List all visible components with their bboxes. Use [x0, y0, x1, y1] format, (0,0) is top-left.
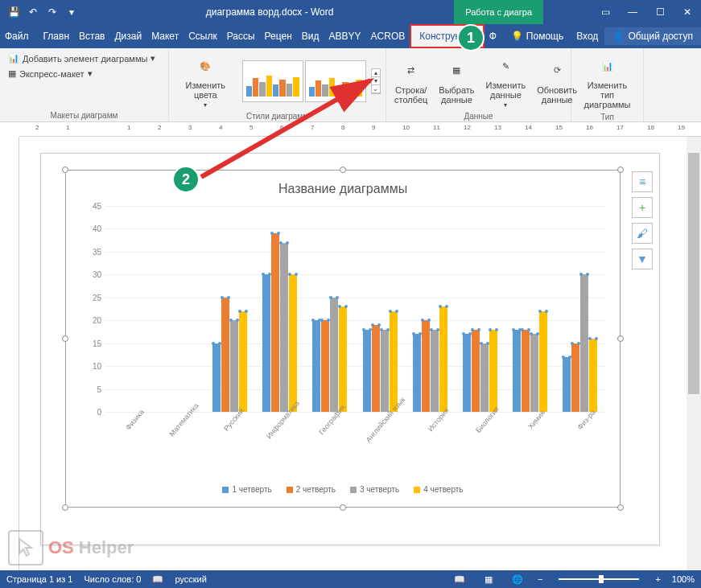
tab-file[interactable]: Файл: [0, 24, 34, 48]
scrollbar-thumb[interactable]: [688, 153, 699, 394]
layout-icon: ▦: [8, 68, 16, 79]
word-count[interactable]: Число слов: 0: [84, 574, 141, 584]
change-chart-type-button[interactable]: 📊Изменить тип диаграммы: [576, 51, 638, 111]
share-icon: 👤: [612, 31, 625, 42]
context-tab-label: Работа с диагра: [454, 0, 543, 24]
svg-line-0: [201, 80, 370, 177]
proofing-icon[interactable]: 📖: [152, 574, 163, 585]
add-chart-element-button[interactable]: 📊Добавить элемент диаграммы▾: [5, 51, 163, 65]
close-icon[interactable]: ✕: [674, 0, 701, 24]
signin-button[interactable]: Вход: [570, 31, 604, 42]
zoom-slider[interactable]: [559, 578, 639, 580]
qat: 💾 ↶ ↷ ▾: [0, 3, 85, 21]
plot-area[interactable]: 051015202530354045: [105, 206, 605, 412]
switch-row-col-button[interactable]: ⇄Строка/столбец: [391, 56, 431, 106]
chevron-down-icon: ▾: [151, 53, 155, 64]
tab-layout[interactable]: Макет: [146, 24, 183, 48]
page-indicator[interactable]: Страница 1 из 1: [6, 574, 72, 584]
refresh-icon: ⟳: [544, 58, 570, 84]
group-data: ⇄Строка/столбец ▦Выбрать данные ✎Изменит…: [386, 48, 571, 121]
chart-styles-button[interactable]: 🖌: [632, 223, 653, 244]
chart-layout-options-button[interactable]: ≡: [632, 171, 653, 192]
annotation-2: 2: [172, 166, 200, 193]
share-button[interactable]: 👤Общий доступ: [604, 27, 701, 45]
language-indicator[interactable]: русский: [175, 574, 206, 584]
tab-references[interactable]: Ссылк: [183, 24, 222, 48]
chart-filters-button[interactable]: ▼: [632, 249, 653, 269]
help-button[interactable]: 💡Помощь: [505, 31, 570, 42]
document-area: Название диаграммы 051015202530354045 Фи…: [19, 137, 687, 570]
group-type-label: Тип: [576, 111, 638, 121]
tab-home[interactable]: Главн: [39, 24, 75, 48]
qat-dropdown-icon[interactable]: ▾: [63, 3, 80, 21]
web-layout-icon[interactable]: 🌐: [509, 572, 526, 586]
save-icon[interactable]: 💾: [5, 3, 23, 21]
window-controls: ▭ — ☐ ✕: [592, 0, 701, 24]
tab-mailings[interactable]: Рассы: [222, 24, 260, 48]
resize-handle[interactable]: [617, 504, 624, 511]
cursor-icon: [8, 530, 43, 565]
annotation-1: 1: [457, 24, 485, 51]
redo-icon[interactable]: ↷: [43, 3, 61, 21]
tab-review[interactable]: Рецен: [260, 24, 297, 48]
watermark-helper: Helper: [79, 537, 134, 558]
edit-data-icon: ✎: [493, 53, 518, 79]
chart-legend[interactable]: 1 четверть2 четверть3 четверть4 четверть: [72, 485, 613, 494]
minimize-icon[interactable]: —: [619, 0, 646, 24]
x-axis-labels: ФизикаМатематикаРусскийИнформатикаГеогра…: [105, 415, 605, 467]
resize-handle[interactable]: [340, 504, 346, 511]
resize-handle[interactable]: [62, 167, 68, 173]
tab-acrobat[interactable]: ACROB: [366, 24, 410, 48]
zoom-out-button[interactable]: −: [538, 574, 542, 584]
select-data-button[interactable]: ▦Выбрать данные: [435, 56, 477, 106]
vertical-scrollbar[interactable]: [687, 137, 701, 570]
chevron-down-icon: ▾: [504, 101, 507, 109]
watermark-os: OS: [48, 537, 74, 558]
chart-object[interactable]: Название диаграммы 051015202530354045 Фи…: [65, 170, 621, 508]
zoom-in-button[interactable]: +: [655, 574, 660, 584]
select-data-icon: ▦: [443, 58, 469, 84]
maximize-icon[interactable]: ☐: [646, 0, 674, 24]
resize-handle[interactable]: [62, 335, 68, 342]
zoom-knob[interactable]: [599, 575, 604, 583]
chart-floating-buttons: ≡ + 🖌 ▼: [632, 171, 653, 269]
ribbon-options-icon[interactable]: ▭: [592, 0, 619, 24]
titlebar: 💾 ↶ ↷ ▾ диаграмма ворд.docx - Word Работ…: [0, 0, 701, 24]
read-mode-icon[interactable]: 📖: [451, 572, 468, 586]
chevron-down-icon: ▾: [88, 68, 93, 79]
tab-design[interactable]: Дизай: [109, 24, 146, 48]
express-layout-button[interactable]: ▦Экспресс-макет▾: [5, 67, 163, 80]
chart-elements-button[interactable]: +: [632, 197, 653, 218]
undo-icon[interactable]: ↶: [24, 3, 42, 21]
tab-format[interactable]: Ф: [485, 24, 501, 48]
group-layouts: 📊Добавить элемент диаграммы▾ ▦Экспресс-м…: [0, 48, 169, 121]
print-layout-icon[interactable]: ▦: [480, 572, 497, 586]
doc-title: диаграмма ворд.docx - Word: [85, 6, 454, 18]
statusbar: Страница 1 из 1 Число слов: 0 📖 русский …: [0, 570, 701, 588]
watermark: OS Helper: [8, 530, 134, 565]
tab-insert[interactable]: Встав: [74, 24, 109, 48]
bulb-icon: 💡: [511, 31, 523, 42]
add-element-icon: 📊: [8, 53, 19, 64]
group-layouts-label: Макеты диаграмм: [5, 109, 163, 120]
page: Название диаграммы 051015202530354045 Фи…: [40, 153, 660, 545]
resize-handle[interactable]: [617, 335, 624, 342]
switch-icon: ⇄: [398, 58, 424, 84]
edit-data-button[interactable]: ✎Изменить данные▾: [483, 51, 530, 110]
zoom-percent[interactable]: 100%: [672, 574, 695, 584]
chart-inner: Название диаграммы 051015202530354045 Фи…: [72, 177, 613, 500]
tab-abbyy[interactable]: ABBYY: [324, 24, 366, 48]
resize-handle[interactable]: [62, 504, 68, 511]
group-data-label: Данные: [391, 110, 566, 121]
group-type: 📊Изменить тип диаграммы Тип: [571, 48, 644, 121]
annotation-arrow: [193, 72, 386, 185]
menubar: Файл Главн Встав Дизай Макет Ссылк Рассы…: [0, 24, 701, 48]
resize-handle[interactable]: [617, 167, 624, 173]
chart-type-icon: 📊: [595, 53, 621, 79]
tab-view[interactable]: Вид: [297, 24, 324, 48]
vertical-ruler[interactable]: [0, 137, 19, 570]
